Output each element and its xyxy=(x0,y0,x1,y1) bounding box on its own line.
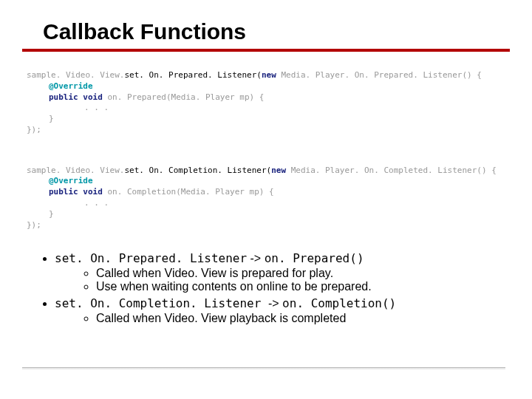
code-type: Media. Player. On. Completed. Listener()… xyxy=(286,166,497,175)
kw-new: new xyxy=(262,70,276,80)
sub-bullet: Use when waiting contents on online to b… xyxy=(96,280,510,293)
kw-void: void xyxy=(78,187,108,197)
close-brace: } xyxy=(27,114,54,125)
sub-list: Called when Video. View is prepared for … xyxy=(83,267,510,293)
code-obj: sample. Video. View. xyxy=(27,70,124,80)
bottom-divider xyxy=(22,367,505,369)
bullet-prepared: set. On. Prepared. Listener -> on. Prepa… xyxy=(55,251,510,293)
bullet-code-right: on. Prepared() xyxy=(265,251,364,265)
sub-list: Called when Video. View playback is comp… xyxy=(83,312,510,325)
sub-bullet: Called when Video. View playback is comp… xyxy=(96,312,510,325)
title-underline xyxy=(22,49,510,52)
kw-public: public xyxy=(49,187,78,197)
code-elision: . . . xyxy=(27,198,109,209)
bullet-code-left: set. On. Completion. Listener xyxy=(55,296,268,310)
code-call: set. On. Completion. Listener( xyxy=(124,166,271,175)
code-type: Media. Player. On. Prepared. Listener() … xyxy=(276,70,482,80)
slide-title: Callback Functions xyxy=(43,19,510,44)
annotation-override: @Override xyxy=(27,176,93,187)
close-brace: } xyxy=(27,209,54,220)
code-block-prepared: sample. Video. View.set. On. Prepared. L… xyxy=(27,59,510,147)
bullet-arrow: -> xyxy=(247,252,265,265)
kw-new: new xyxy=(271,166,286,175)
method-sig: on. Prepared(Media. Player mp) { xyxy=(108,92,265,102)
content-list: set. On. Prepared. Listener -> on. Prepa… xyxy=(40,251,510,325)
code-obj: sample. Video. View. xyxy=(27,166,124,175)
annotation-override: @Override xyxy=(27,81,93,92)
sub-bullet: Called when Video. View is prepared for … xyxy=(96,267,510,280)
kw-public: public xyxy=(49,92,78,102)
code-elision: . . . xyxy=(27,103,109,114)
bullet-code-left: set. On. Prepared. Listener xyxy=(55,251,247,265)
method-sig: on. Completion(Media. Player mp) { xyxy=(108,187,274,197)
spacer xyxy=(22,147,510,154)
bullet-completion: set. On. Completion. Listener -> on. Com… xyxy=(55,296,510,325)
code-call: set. On. Prepared. Listener( xyxy=(124,70,261,80)
code-block-completion: sample. Video. View.set. On. Completion.… xyxy=(27,154,510,242)
bullet-arrow: -> xyxy=(268,297,282,310)
close-all: }); xyxy=(27,220,41,230)
bullet-code-right: on. Completion() xyxy=(282,296,396,310)
close-all: }); xyxy=(27,125,41,134)
kw-void: void xyxy=(78,92,108,102)
